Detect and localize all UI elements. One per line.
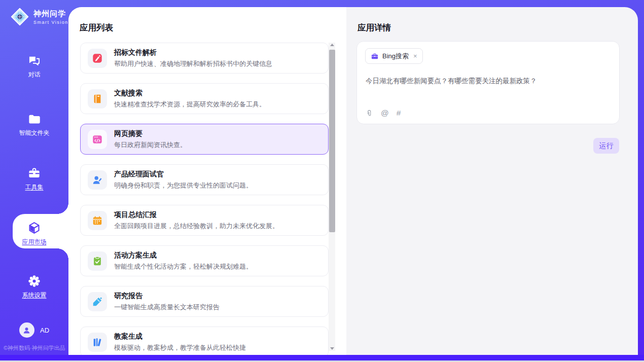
attachment-icon[interactable] [366, 109, 373, 118]
sidebar-item-label: 工具集 [25, 183, 44, 192]
prompt-toolbar: @ # [366, 108, 401, 118]
content-area: 应用列表 招标文件解析 帮助用户快速、准确地理解和解析招标书中的关键信息 文献搜… [68, 7, 638, 355]
scrollbar-thumb[interactable] [329, 50, 335, 232]
pen-icon [92, 296, 103, 307]
sidebar-item-label: 智能文件夹 [19, 129, 50, 137]
app-list-scrollbar[interactable] [329, 43, 335, 351]
book-icon [92, 93, 103, 104]
sidebar: 神州问学 Smart Vision 对话 智能文件夹 工具集 应用市场 系统设置 [0, 0, 68, 355]
close-icon[interactable]: × [413, 52, 417, 60]
app-card[interactable]: 文献搜索 快速精准查找学术资源，提高研究效率的必备工具。 [80, 83, 329, 114]
app-card-description: 帮助用户快速、准确地理解和解析招标书中的关键信息 [114, 59, 272, 68]
app-card-title: 招标文件解析 [114, 48, 272, 57]
user-name: AD [40, 327, 49, 334]
app-icon-tile [88, 130, 107, 149]
gear-icon [27, 274, 41, 288]
user-icon [22, 326, 31, 335]
app-card-title: 网页摘要 [114, 129, 187, 138]
app-icon-tile [88, 170, 107, 190]
hash-icon[interactable]: # [397, 108, 401, 118]
user-account[interactable]: AD [0, 322, 68, 338]
sidebar-item-toolset[interactable]: 工具集 [0, 166, 68, 197]
app-icon-tile [88, 251, 107, 271]
clipboard-icon [92, 256, 103, 267]
prompt-card: Bing搜索 × 今日湖北有哪些新闻要点？有哪些需要关注的最新政策？ @ # [356, 41, 620, 124]
app-card-description: 模板驱动，教案秒成，教学准备从此轻松快捷 [114, 343, 246, 352]
app-card-description: 每日政府新闻资讯快查。 [114, 140, 187, 150]
scroll-up-arrow-icon[interactable] [330, 44, 334, 46]
calendar-icon [92, 215, 103, 226]
app-card-description: 一键智能生成高质量长文本研究报告 [114, 303, 220, 312]
app-detail-panel: 应用详情 Bing搜索 × 今日湖北有哪些新闻要点？有哪些需要关注的最新政策？ … [346, 7, 638, 355]
app-card[interactable]: 网页摘要 每日政府新闻资讯快查。 [80, 124, 329, 155]
app-icon-tile [88, 333, 107, 352]
app-card-description: 明确身份和职责，为您提供专业性的面试问题。 [114, 181, 253, 190]
toolbox-icon [27, 166, 41, 180]
sidebar-item-label: 系统设置 [22, 291, 47, 300]
app-card[interactable]: 活动方案生成 智能生成个性化活动方案，轻松解决规划难题。 [80, 245, 329, 276]
browser-icon [92, 134, 103, 145]
sidebar-item-app-market[interactable]: 应用市场 [0, 221, 68, 251]
prompt-text[interactable]: 今日湖北有哪些新闻要点？有哪些需要关注的最新政策？ [366, 76, 611, 86]
app-icon-tile [88, 211, 107, 230]
app-card-title: 教案生成 [114, 332, 246, 341]
briefcase-icon [371, 52, 379, 60]
app-list-title: 应用列表 [80, 22, 113, 33]
bottom-accent-bar [0, 355, 644, 360]
app-card[interactable]: 产品经理面试官 明确身份和职责，为您提供专业性的面试问题。 [80, 164, 329, 195]
app-card-title: 产品经理面试官 [114, 170, 253, 179]
mention-icon[interactable]: @ [381, 108, 389, 118]
app-card-title: 文献搜索 [114, 89, 266, 98]
app-icon-tile [88, 89, 107, 108]
tool-chip-label: Bing搜索 [382, 52, 409, 61]
sidebar-item-settings[interactable]: 系统设置 [0, 274, 68, 305]
doc-pen-icon [92, 53, 103, 64]
brand-name: 神州问学 [33, 9, 68, 19]
sidebar-item-smart-folder[interactable]: 智能文件夹 [0, 112, 68, 142]
scroll-down-arrow-icon[interactable] [330, 347, 334, 350]
copyright-footer: ©神州数码·神州问学出品 [4, 344, 65, 352]
books-icon [92, 337, 103, 348]
app-card[interactable]: 教案生成 模板驱动，教案秒成，教学准备从此轻松快捷 [80, 327, 329, 355]
app-icon-tile [88, 292, 107, 311]
app-card-title: 项目总结汇报 [114, 210, 279, 220]
app-list: 招标文件解析 帮助用户快速、准确地理解和解析招标书中的关键信息 文献搜索 快速精… [80, 43, 329, 355]
brand-tagline: Smart Vision [33, 20, 68, 25]
sidebar-item-label: 对话 [28, 70, 41, 79]
app-icon-tile [88, 49, 107, 68]
app-card[interactable]: 研究报告 一键智能生成高质量长文本研究报告 [80, 286, 329, 317]
person-icon [92, 174, 103, 186]
cube-icon [27, 221, 41, 235]
app-card[interactable]: 招标文件解析 帮助用户快速、准确地理解和解析招标书中的关键信息 [80, 43, 329, 74]
app-list-panel: 应用列表 招标文件解析 帮助用户快速、准确地理解和解析招标书中的关键信息 文献搜… [68, 7, 346, 355]
sidebar-item-chat[interactable]: 对话 [0, 54, 68, 84]
run-button[interactable]: 运行 [593, 138, 619, 154]
app-card-title: 活动方案生成 [114, 251, 253, 260]
app-card-description: 智能生成个性化活动方案，轻松解决规划难题。 [114, 262, 253, 271]
sidebar-item-label: 应用市场 [22, 238, 47, 246]
brand-logo: 神州问学 Smart Vision [10, 7, 68, 26]
folder-icon [27, 112, 41, 126]
app-card-title: 研究报告 [114, 292, 220, 301]
app-detail-title: 应用详情 [357, 22, 391, 33]
app-card-description: 全面回顾项目进展，总结经验教训，助力未来优化发展。 [114, 222, 279, 231]
diamond-logo-icon [10, 7, 29, 26]
chat-icon [27, 54, 41, 67]
app-card-description: 快速精准查找学术资源，提高研究效率的必备工具。 [114, 100, 266, 109]
tool-chip-bing-search[interactable]: Bing搜索 × [365, 48, 423, 64]
app-card[interactable]: 项目总结汇报 全面回顾项目进展，总结经验教训，助力未来优化发展。 [80, 205, 329, 236]
avatar [19, 322, 34, 338]
